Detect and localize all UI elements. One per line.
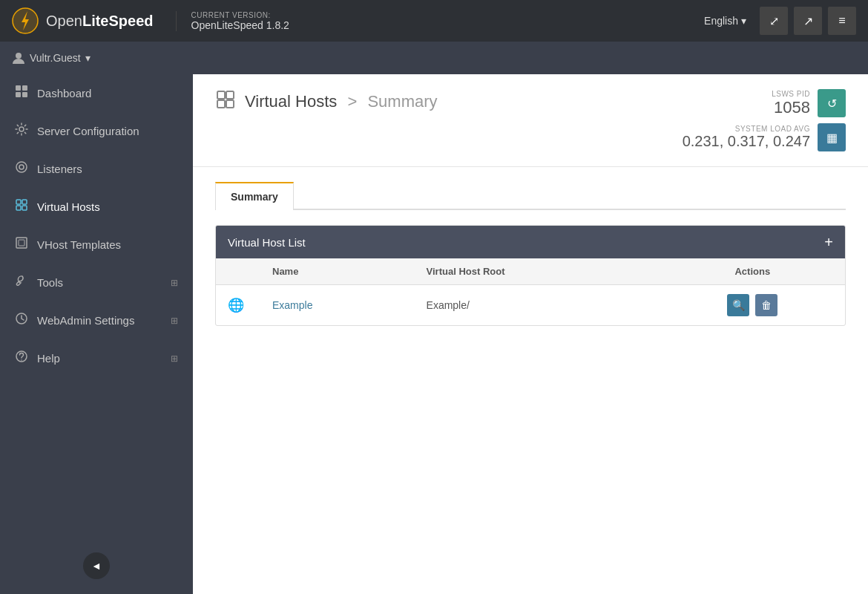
lsws-pid-label: LSWS PID — [772, 90, 810, 98]
add-virtual-host-button[interactable]: + — [824, 235, 833, 249]
dashboard-icon — [15, 85, 28, 102]
sidebar-item-vhost-templates[interactable]: VHost Templates — [0, 226, 193, 264]
row-name-cell: Example — [260, 285, 415, 326]
content-body: Summary Virtual Host List + — [193, 167, 868, 594]
svg-rect-20 — [217, 91, 225, 99]
language-selector[interactable]: English ▾ — [697, 10, 754, 31]
logo-area: Open LiteSpeed CURRENT VERSION: OpenLite… — [12, 7, 697, 34]
delete-button[interactable]: 🗑 — [755, 294, 777, 316]
svg-rect-15 — [16, 238, 27, 248]
sidebar-item-virtual-hosts[interactable]: Virtual Hosts — [0, 188, 193, 226]
tools-expand-icon: ⊞ — [171, 278, 178, 288]
breadcrumb-separator: > — [347, 92, 361, 111]
logo-open: Open — [46, 13, 82, 30]
sidebar-label-vhost-templates: VHost Templates — [37, 238, 121, 251]
svg-point-3 — [16, 53, 22, 59]
logo-icon — [12, 7, 39, 34]
stats-area: LSWS PID 1058 ↺ SYSTEM LOAD AVG 0.231, 0… — [683, 89, 846, 151]
main-layout: Dashboard Server Configuration Listeners… — [0, 74, 868, 594]
sidebar-item-webadmin-settings[interactable]: WebAdmin Settings ⊞ — [0, 301, 193, 339]
server-config-icon — [15, 123, 28, 140]
svg-point-10 — [19, 165, 24, 169]
virtual-hosts-icon — [15, 198, 28, 215]
system-load-label: SYSTEM LOAD AVG — [683, 125, 810, 133]
version-info: CURRENT VERSION: OpenLiteSpeed 1.8.2 — [176, 11, 289, 31]
row-root-cell: Example/ — [415, 285, 660, 326]
chart-button[interactable]: ▦ — [818, 123, 846, 151]
view-icon: 🔍 — [732, 299, 745, 311]
virtual-host-table: Name Virtual Host Root Actions 🌐 — [216, 258, 845, 325]
lsws-pid-section: LSWS PID 1058 ↺ — [772, 89, 846, 117]
row-actions-cell: 🔍 🗑 — [660, 285, 845, 326]
logo-text: Open LiteSpeed — [46, 13, 154, 30]
header-right: English ▾ ⤢ ↗ ≡ — [697, 7, 856, 35]
page-title-main: Virtual Hosts — [245, 92, 337, 111]
svg-rect-13 — [16, 206, 21, 210]
menu-button[interactable]: ≡ — [828, 7, 856, 35]
sidebar-label-help: Help — [37, 352, 60, 365]
top-header: Open LiteSpeed CURRENT VERSION: OpenLite… — [0, 0, 868, 42]
page-title-area: Virtual Hosts > Summary — [215, 89, 438, 114]
user-icon — [12, 51, 25, 65]
sidebar-item-listeners[interactable]: Listeners — [0, 150, 193, 188]
sidebar-footer: ◄ — [0, 538, 193, 594]
sidebar-label-tools: Tools — [37, 276, 63, 289]
expand-button[interactable]: ⤢ — [760, 7, 788, 35]
sidebar-label-server-configuration: Server Configuration — [37, 125, 139, 137]
listeners-icon — [15, 160, 28, 177]
sidebar-item-dashboard[interactable]: Dashboard — [0, 74, 193, 112]
refresh-icon: ↺ — [827, 97, 837, 111]
virtual-host-link[interactable]: Example — [272, 299, 312, 311]
version-label: CURRENT VERSION: — [191, 11, 289, 19]
table-header: Virtual Host List + — [216, 226, 845, 258]
content-inner: Summary Virtual Host List + — [193, 167, 868, 594]
delete-icon: 🗑 — [761, 299, 772, 311]
webadmin-expand-icon: ⊞ — [171, 316, 178, 326]
system-load-section: SYSTEM LOAD AVG 0.231, 0.317, 0.247 ▦ — [683, 123, 846, 151]
content-header: Virtual Hosts > Summary LSWS PID 1058 ↺ — [193, 74, 868, 167]
system-load-info: SYSTEM LOAD AVG 0.231, 0.317, 0.247 — [683, 125, 810, 150]
lsws-pid-info: LSWS PID 1058 — [772, 90, 810, 117]
table-head: Name Virtual Host Root Actions — [216, 258, 845, 285]
page-title-icon — [215, 89, 236, 114]
svg-point-9 — [16, 162, 27, 172]
sidebar-item-server-configuration[interactable]: Server Configuration — [0, 112, 193, 150]
user-chevron-icon: ▾ — [85, 52, 91, 64]
page-subtitle: Summary — [367, 92, 437, 111]
content-area: Virtual Hosts > Summary LSWS PID 1058 ↺ — [193, 74, 868, 594]
svg-rect-5 — [22, 85, 27, 91]
tab-summary-label: Summary — [231, 191, 278, 203]
user-name: Vultr.Guest — [30, 52, 81, 64]
chart-icon: ▦ — [826, 131, 838, 145]
share-button[interactable]: ↗ — [794, 7, 822, 35]
version-value: OpenLiteSpeed 1.8.2 — [191, 19, 289, 31]
user-menu[interactable]: Vultr.Guest ▾ — [12, 51, 91, 65]
sidebar-collapse-button[interactable]: ◄ — [83, 552, 110, 579]
svg-point-19 — [21, 359, 22, 361]
row-icon-cell: 🌐 — [216, 285, 260, 326]
svg-rect-21 — [226, 91, 234, 99]
view-button[interactable]: 🔍 — [727, 294, 749, 316]
refresh-button[interactable]: ↺ — [818, 89, 846, 117]
col-actions: Actions — [660, 258, 845, 285]
webadmin-icon — [15, 312, 28, 329]
vhost-templates-icon — [15, 236, 28, 253]
sub-header: Vultr.Guest ▾ — [0, 42, 868, 74]
col-root: Virtual Host Root — [415, 258, 660, 285]
tabs: Summary — [215, 182, 846, 210]
globe-icon: 🌐 — [228, 298, 244, 313]
add-icon: + — [824, 234, 833, 250]
system-load-value: 0.231, 0.317, 0.247 — [683, 133, 810, 150]
tab-summary[interactable]: Summary — [215, 182, 294, 210]
svg-rect-12 — [22, 200, 27, 204]
share-icon: ↗ — [803, 14, 813, 28]
svg-point-8 — [19, 127, 24, 131]
language-label: English — [704, 15, 738, 27]
sidebar: Dashboard Server Configuration Listeners… — [0, 74, 193, 594]
svg-rect-11 — [16, 200, 21, 204]
svg-rect-4 — [16, 85, 21, 91]
help-expand-icon: ⊞ — [171, 353, 178, 364]
lsws-pid-value: 1058 — [772, 98, 810, 117]
sidebar-item-tools[interactable]: Tools ⊞ — [0, 264, 193, 301]
sidebar-item-help[interactable]: Help ⊞ — [0, 339, 193, 377]
